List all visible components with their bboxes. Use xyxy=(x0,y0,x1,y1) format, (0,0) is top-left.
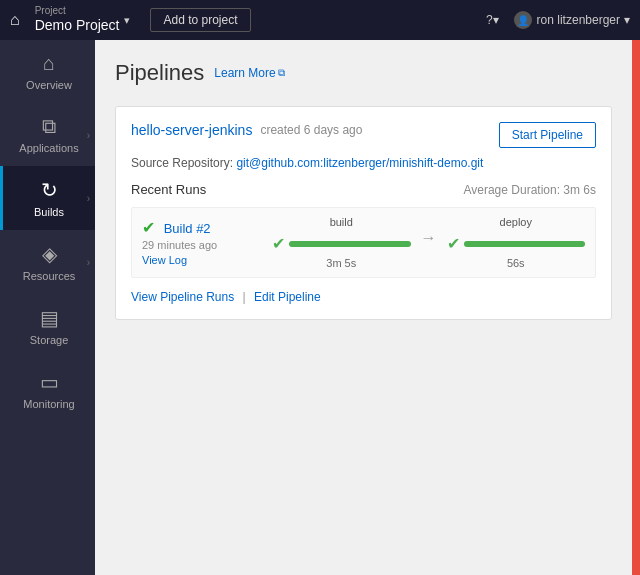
stage-deploy-name: deploy xyxy=(500,216,532,228)
stage-build: build ✔ 3m 5s xyxy=(272,216,411,269)
sidebar-item-label-resources: Resources xyxy=(23,270,76,282)
builds-icon: ↻ xyxy=(41,178,58,202)
sidebar-item-label-builds: Builds xyxy=(34,206,64,218)
stage-build-check-icon: ✔ xyxy=(272,234,285,253)
user-menu[interactable]: 👤 ron litzenberger ▾ xyxy=(514,11,630,29)
project-chevron-icon[interactable]: ▾ xyxy=(124,14,130,27)
help-button[interactable]: ? ▾ xyxy=(486,13,499,27)
sidebar-item-label-monitoring: Monitoring xyxy=(23,398,74,410)
sidebar-item-applications[interactable]: ⧉ Applications › xyxy=(0,103,95,166)
sidebar-item-label-overview: Overview xyxy=(26,79,72,91)
user-avatar-icon: 👤 xyxy=(514,11,532,29)
help-chevron-icon: ▾ xyxy=(493,13,499,27)
project-name: Demo Project xyxy=(35,16,120,34)
monitoring-icon: ▭ xyxy=(40,370,59,394)
pipeline-created: created 6 days ago xyxy=(260,123,362,137)
stage-deploy-check-icon: ✔ xyxy=(447,234,460,253)
user-chevron-icon: ▾ xyxy=(624,13,630,27)
pipeline-header: hello-server-jenkins created 6 days ago … xyxy=(131,122,596,148)
main-layout: ⌂ Overview ⧉ Applications › ↻ Builds › ◈… xyxy=(0,40,640,575)
footer-separator: | xyxy=(243,290,246,304)
start-pipeline-button[interactable]: Start Pipeline xyxy=(499,122,596,148)
top-header: ⌂ Project Demo Project ▾ Add to project … xyxy=(0,0,640,40)
pipeline-name-link[interactable]: hello-server-jenkins xyxy=(131,122,252,138)
sidebar-item-monitoring[interactable]: ▭ Monitoring xyxy=(0,358,95,422)
stage-build-bar xyxy=(289,241,411,247)
sidebar-item-label-applications: Applications xyxy=(19,142,78,154)
stage-arrow-icon: → xyxy=(411,229,447,247)
external-link-icon: ⧉ xyxy=(278,67,285,79)
sidebar-item-resources[interactable]: ◈ Resources › xyxy=(0,230,95,294)
help-label: ? xyxy=(486,13,493,27)
stage-deploy: deploy ✔ 56s xyxy=(447,216,586,269)
source-repo-link[interactable]: git@github.com:litzenberger/minishift-de… xyxy=(236,156,483,170)
build-number-link[interactable]: Build #2 xyxy=(164,221,211,236)
sidebar-item-label-storage: Storage xyxy=(30,334,69,346)
source-repo-row: Source Repository: git@github.com:litzen… xyxy=(131,156,596,170)
pipeline-name-row: hello-server-jenkins created 6 days ago xyxy=(131,122,362,138)
learn-more-link[interactable]: Learn More ⧉ xyxy=(214,66,284,80)
build-time: 29 minutes ago xyxy=(142,239,217,251)
right-edge-decoration xyxy=(632,40,640,575)
edit-pipeline-link[interactable]: Edit Pipeline xyxy=(254,290,321,304)
content-area: Pipelines Learn More ⧉ hello-server-jenk… xyxy=(95,40,632,575)
builds-chevron-icon: › xyxy=(87,193,90,204)
stage-build-bar-row: ✔ xyxy=(272,234,411,253)
stage-build-duration: 3m 5s xyxy=(326,257,356,269)
project-info: Project Demo Project xyxy=(35,6,120,34)
recent-runs-label: Recent Runs xyxy=(131,182,206,197)
pipeline-footer: View Pipeline Runs | Edit Pipeline xyxy=(131,290,596,304)
add-to-project-button[interactable]: Add to project xyxy=(150,8,250,32)
resources-icon: ◈ xyxy=(42,242,57,266)
view-log-link[interactable]: View Log xyxy=(142,254,187,266)
stage-deploy-bar xyxy=(464,241,586,247)
avg-duration: Average Duration: 3m 6s xyxy=(463,183,596,197)
sidebar-item-storage[interactable]: ▤ Storage xyxy=(0,294,95,358)
user-name: ron litzenberger xyxy=(537,13,620,27)
storage-icon: ▤ xyxy=(40,306,59,330)
stage-deploy-duration: 56s xyxy=(507,257,525,269)
page-title-row: Pipelines Learn More ⧉ xyxy=(115,60,612,86)
pipeline-stages: build ✔ 3m 5s → deploy ✔ xyxy=(272,216,585,269)
applications-chevron-icon: › xyxy=(87,129,90,140)
pipeline-card: hello-server-jenkins created 6 days ago … xyxy=(115,106,612,320)
stage-build-name: build xyxy=(330,216,353,228)
stage-deploy-bar-row: ✔ xyxy=(447,234,586,253)
recent-runs-header: Recent Runs Average Duration: 3m 6s xyxy=(131,182,596,197)
source-repo-label: Source Repository: xyxy=(131,156,233,170)
project-label: Project xyxy=(35,6,120,16)
page-title: Pipelines xyxy=(115,60,204,86)
applications-icon: ⧉ xyxy=(42,115,56,138)
overview-icon: ⌂ xyxy=(43,52,55,75)
home-icon[interactable]: ⌂ xyxy=(10,11,20,29)
sidebar-item-builds[interactable]: ↻ Builds › xyxy=(0,166,95,230)
build-run-row: ✔ Build #2 29 minutes ago View Log build… xyxy=(131,207,596,278)
sidebar: ⌂ Overview ⧉ Applications › ↻ Builds › ◈… xyxy=(0,40,95,575)
sidebar-item-overview[interactable]: ⌂ Overview xyxy=(0,40,95,103)
build-status-icon: ✔ xyxy=(142,219,155,236)
resources-chevron-icon: › xyxy=(87,257,90,268)
view-pipeline-runs-link[interactable]: View Pipeline Runs xyxy=(131,290,234,304)
pipeline-name-section: hello-server-jenkins created 6 days ago xyxy=(131,122,362,138)
build-info: ✔ Build #2 29 minutes ago View Log xyxy=(142,218,272,267)
